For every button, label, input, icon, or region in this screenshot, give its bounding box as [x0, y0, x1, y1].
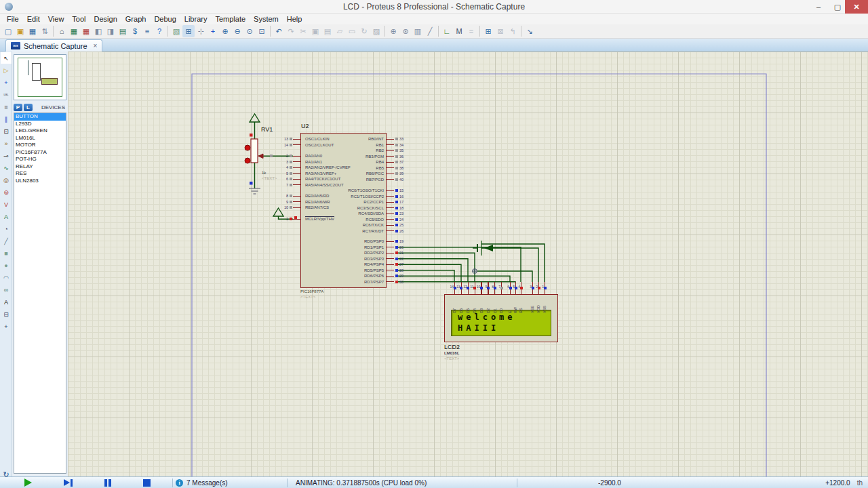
2d-circle-icon[interactable]: ●: [1, 260, 12, 271]
packaging-tool-icon[interactable]: ▥: [412, 25, 424, 37]
block-move-icon[interactable]: ▭: [346, 25, 358, 37]
device-pins-icon[interactable]: ⊸: [1, 150, 12, 161]
2d-line-icon[interactable]: ╱: [1, 235, 12, 247]
stop-button[interactable]: [142, 479, 152, 487]
2d-path-icon[interactable]: ∞: [1, 284, 12, 296]
property-assignment-icon[interactable]: =: [465, 25, 477, 37]
paste-icon[interactable]: ▤: [321, 25, 334, 37]
zoom-area-icon[interactable]: ⊡: [256, 25, 268, 37]
maximize-button[interactable]: ▢: [829, 0, 846, 14]
virtual-instruments-icon[interactable]: ◔: [1, 223, 12, 235]
graph-mode-icon[interactable]: ∿: [1, 162, 12, 174]
voltage-probe-icon[interactable]: V: [1, 199, 12, 210]
device-list-item[interactable]: RES: [14, 170, 66, 178]
generator-icon[interactable]: ⊚: [1, 186, 12, 198]
block-copy-icon[interactable]: ▱: [334, 25, 346, 37]
component-mode-icon[interactable]: ▷: [1, 64, 12, 76]
tape-recorder-icon[interactable]: ◎: [1, 174, 12, 186]
play-button[interactable]: [24, 479, 34, 487]
search-tag-icon[interactable]: M: [453, 25, 465, 37]
design-preview[interactable]: [14, 54, 66, 100]
menu-item[interactable]: View: [44, 15, 68, 23]
library-manager-button[interactable]: L: [24, 104, 33, 111]
block-delete-icon[interactable]: ▨: [370, 25, 382, 37]
grid-toggle-icon[interactable]: ⊞: [182, 25, 195, 37]
pcb-layout-icon[interactable]: ▦: [80, 25, 92, 37]
menu-item[interactable]: Template: [211, 15, 250, 23]
threed-visualizer-icon[interactable]: ◨: [104, 25, 117, 37]
project-notes-icon[interactable]: ≡: [141, 25, 153, 37]
junction-dot-icon[interactable]: +: [1, 77, 12, 88]
tab-close-icon[interactable]: ×: [91, 42, 98, 49]
goto-sheet-icon[interactable]: ↰: [507, 25, 519, 37]
undo-icon[interactable]: ↶: [273, 25, 285, 37]
menu-item[interactable]: Edit: [23, 15, 44, 23]
tab-schematic-capture[interactable]: ISIS Schematic Capture ×: [5, 39, 102, 52]
pause-button[interactable]: [103, 479, 113, 487]
new-project-icon[interactable]: ▢: [2, 25, 14, 37]
2d-markers-icon[interactable]: +: [1, 321, 12, 332]
wire-label-icon[interactable]: LBL: [1, 89, 12, 100]
open-project-icon[interactable]: ▣: [14, 25, 26, 37]
device-list-item[interactable]: LED-GREEN: [14, 127, 66, 135]
pick-parts-icon[interactable]: ⊕: [387, 25, 399, 37]
design-explorer-icon[interactable]: ▤: [117, 25, 129, 37]
menu-item[interactable]: Graph: [121, 15, 151, 23]
device-list-item[interactable]: BUTTON: [14, 113, 66, 121]
text-script-icon[interactable]: ≡: [1, 101, 12, 113]
schematic-capture-icon[interactable]: ▦: [68, 25, 80, 37]
device-list-item[interactable]: RELAY: [14, 163, 66, 171]
decompose-icon[interactable]: ╱: [424, 25, 436, 37]
device-list-item[interactable]: MOTOR: [14, 142, 66, 149]
2d-arc-icon[interactable]: ◠: [1, 272, 12, 283]
copy-icon[interactable]: ▣: [309, 25, 321, 37]
device-list-item[interactable]: ULN2803: [14, 178, 66, 185]
remove-sheet-icon[interactable]: ⊠: [494, 25, 507, 37]
zoom-out-icon[interactable]: ⊖: [231, 25, 243, 37]
cut-icon[interactable]: ✂: [297, 25, 309, 37]
bill-of-materials-icon[interactable]: $: [129, 25, 141, 37]
buses-mode-icon[interactable]: ∥: [1, 113, 12, 125]
redo-icon[interactable]: ↷: [285, 25, 297, 37]
device-list-item[interactable]: LM016L: [14, 135, 66, 142]
zoom-to-sheet-icon[interactable]: ↘: [524, 25, 536, 37]
make-device-icon[interactable]: ⊛: [399, 25, 412, 37]
zoom-in-icon[interactable]: ⊕: [219, 25, 231, 37]
import-project-icon[interactable]: ⇅: [39, 25, 51, 37]
menu-item[interactable]: File: [3, 15, 23, 23]
wire-autorouter-icon[interactable]: ∟: [441, 25, 453, 37]
block-rotate-icon[interactable]: ↻: [358, 25, 370, 37]
menu-item[interactable]: Design: [90, 15, 121, 23]
zoom-all-icon[interactable]: ⊙: [243, 25, 256, 37]
new-sheet-icon[interactable]: ⊞: [482, 25, 494, 37]
pan-icon[interactable]: +: [207, 25, 219, 37]
step-button[interactable]: [64, 479, 73, 487]
help-icon[interactable]: ?: [153, 25, 165, 37]
menu-item[interactable]: Tool: [68, 15, 90, 23]
selection-mode-icon[interactable]: ↖: [1, 52, 12, 64]
redraw-icon[interactable]: ▧: [170, 25, 182, 37]
terminals-mode-icon[interactable]: »: [1, 138, 12, 149]
wire-vee[interactable]: [477, 271, 532, 282]
origin-icon[interactable]: ⊹: [195, 25, 207, 37]
menu-item[interactable]: Help: [283, 15, 307, 23]
messages-cell[interactable]: i 7 Message(s): [176, 479, 284, 487]
menu-item[interactable]: Library: [180, 15, 212, 23]
subcircuit-icon[interactable]: ⊡: [1, 125, 12, 137]
menu-item[interactable]: System: [250, 15, 283, 23]
schematic-canvas[interactable]: U2 13OSC1/CLKIN14OSC2/CLKOUT 2RA0/AN03RA…: [68, 52, 868, 476]
device-list-item[interactable]: L293D: [14, 121, 66, 128]
2d-symbol-icon[interactable]: ⊟: [1, 308, 12, 320]
close-button[interactable]: ✕: [845, 0, 868, 14]
pick-devices-button[interactable]: P: [14, 104, 22, 111]
gerber-viewer-icon[interactable]: ◧: [92, 25, 104, 37]
minimize-button[interactable]: –: [810, 0, 827, 14]
device-list-item[interactable]: POT-HG: [14, 156, 66, 163]
2d-box-icon[interactable]: ■: [1, 247, 12, 259]
menu-item[interactable]: Debug: [150, 15, 180, 23]
2d-text-icon[interactable]: A: [1, 296, 12, 308]
home-icon[interactable]: ⌂: [56, 25, 68, 37]
current-probe-icon[interactable]: A: [1, 211, 12, 222]
save-project-icon[interactable]: ▦: [26, 25, 39, 37]
device-list-item[interactable]: PIC16F877A: [14, 149, 66, 157]
